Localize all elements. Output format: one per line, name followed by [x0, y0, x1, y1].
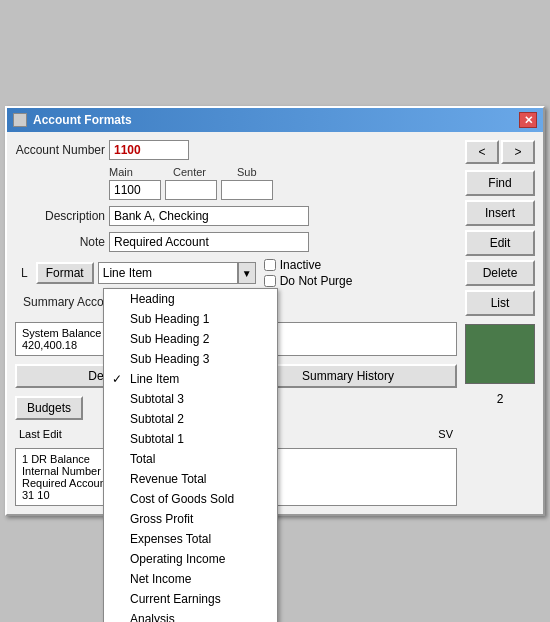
dropdown-item[interactable]: Expenses Total [104, 529, 277, 549]
dropdown-item[interactable]: Operating Income [104, 549, 277, 569]
dropdown-item-label: Expenses Total [130, 532, 211, 546]
dropdown-item-label: Heading [130, 292, 175, 306]
dropdown-item[interactable]: Sub Heading 3 [104, 349, 277, 369]
checkmark-icon: ✓ [112, 372, 126, 386]
main-panel: Account Number Main Center Sub [15, 140, 457, 506]
sub-fields-inputs [109, 180, 297, 200]
sub-header-label: Sub [237, 166, 297, 178]
dropdown-item-label: Cost of Goods Sold [130, 492, 234, 506]
dropdown-item-label: Subtotal 3 [130, 392, 184, 406]
main-input[interactable] [109, 180, 161, 200]
dropdown-item[interactable]: Analysis [104, 609, 277, 622]
dropdown-item-label: Analysis [130, 612, 175, 622]
dropdown-item-label: Operating Income [130, 552, 225, 566]
sub-fields: Main Center Sub [109, 166, 297, 200]
note-input[interactable] [109, 232, 309, 252]
window-body: Account Number Main Center Sub [7, 132, 543, 514]
center-input[interactable] [165, 180, 217, 200]
do-not-purge-label: Do Not Purge [280, 274, 353, 288]
dropdown-item[interactable]: Gross Profit [104, 509, 277, 529]
title-bar: Account Formats ✕ [7, 108, 543, 132]
dropdown-item[interactable]: Subtotal 1 [104, 429, 277, 449]
dropdown-item[interactable]: Current Earnings [104, 589, 277, 609]
format-dropdown-display: Line Item [98, 262, 238, 284]
insert-button[interactable]: Insert [465, 200, 535, 226]
dropdown-item-label: Sub Heading 2 [130, 332, 209, 346]
dropdown-item[interactable]: Revenue Total [104, 469, 277, 489]
note-row: Note [15, 232, 457, 252]
account-number-input[interactable] [109, 140, 189, 160]
dropdown-item[interactable]: Sub Heading 2 [104, 329, 277, 349]
list-button[interactable]: List [465, 290, 535, 316]
window-title: Account Formats [33, 113, 132, 127]
dropdown-item-label: Net Income [130, 572, 191, 586]
budgets-button[interactable]: Budgets [15, 396, 83, 420]
format-selected-value: Line Item [103, 266, 152, 280]
description-input[interactable] [109, 206, 309, 226]
dropdown-item-label: Total [130, 452, 155, 466]
do-not-purge-checkbox[interactable] [264, 275, 276, 287]
dropdown-item[interactable]: Subtotal 2 [104, 409, 277, 429]
dropdown-item-label: Sub Heading 1 [130, 312, 209, 326]
format-dropdown-arrow[interactable]: ▼ [238, 262, 256, 284]
dropdown-item-label: Revenue Total [130, 472, 207, 486]
dropdown-item[interactable]: ✓Line Item [104, 369, 277, 389]
dropdown-item[interactable]: Subtotal 3 [104, 389, 277, 409]
inactive-checkbox[interactable] [264, 259, 276, 271]
nav-buttons: < > [465, 140, 535, 164]
prev-button[interactable]: < [465, 140, 499, 164]
account-number-label: Account Number [15, 143, 105, 157]
main-window: Account Formats ✕ Account Number Main Ce… [5, 106, 545, 516]
dropdown-item[interactable]: Sub Heading 1 [104, 309, 277, 329]
dropdown-item-label: Line Item [130, 372, 179, 386]
next-button[interactable]: > [501, 140, 535, 164]
close-button[interactable]: ✕ [519, 112, 537, 128]
dropdown-item-label: Subtotal 2 [130, 412, 184, 426]
find-button[interactable]: Find [465, 170, 535, 196]
dropdown-item[interactable]: Heading [104, 289, 277, 309]
sub-input[interactable] [221, 180, 273, 200]
l-label: L [21, 266, 28, 280]
account-number-row: Account Number [15, 140, 457, 160]
dropdown-item[interactable]: Cost of Goods Sold [104, 489, 277, 509]
description-row: Description [15, 206, 457, 226]
right-panel: < > Find Insert Edit Delete List 2 [465, 140, 535, 506]
dropdown-item[interactable]: Total [104, 449, 277, 469]
main-center-sub-row: Main Center Sub [109, 166, 457, 200]
main-header-label: Main [109, 166, 169, 178]
edit-button[interactable]: Edit [465, 230, 535, 256]
dropdown-menu: HeadingSub Heading 1Sub Heading 2Sub Hea… [103, 288, 278, 622]
checkbox-group: Inactive Do Not Purge [264, 258, 353, 288]
sub-fields-header: Main Center Sub [109, 166, 297, 178]
inactive-checkbox-row: Inactive [264, 258, 353, 272]
do-not-purge-checkbox-row: Do Not Purge [264, 274, 353, 288]
format-dropdown-container: Line Item ▼ [98, 262, 256, 284]
dropdown-item-label: Sub Heading 3 [130, 352, 209, 366]
right-number: 2 [465, 392, 535, 406]
dropdown-item-label: Subtotal 1 [130, 432, 184, 446]
format-row: L Format Line Item ▼ Inactive Do Not P [15, 258, 457, 288]
window-icon [13, 113, 27, 127]
dropdown-item-label: Current Earnings [130, 592, 221, 606]
last-edit-label: Last Edit [19, 428, 62, 440]
dropdown-item-label: Gross Profit [130, 512, 193, 526]
inactive-label: Inactive [280, 258, 321, 272]
green-box [465, 324, 535, 384]
description-label: Description [15, 209, 105, 223]
dropdown-item[interactable]: Net Income [104, 569, 277, 589]
delete-button[interactable]: Delete [465, 260, 535, 286]
center-header-label: Center [173, 166, 233, 178]
last-edit-code: SV [438, 428, 453, 440]
format-button[interactable]: Format [36, 262, 94, 284]
note-label: Note [15, 235, 105, 249]
